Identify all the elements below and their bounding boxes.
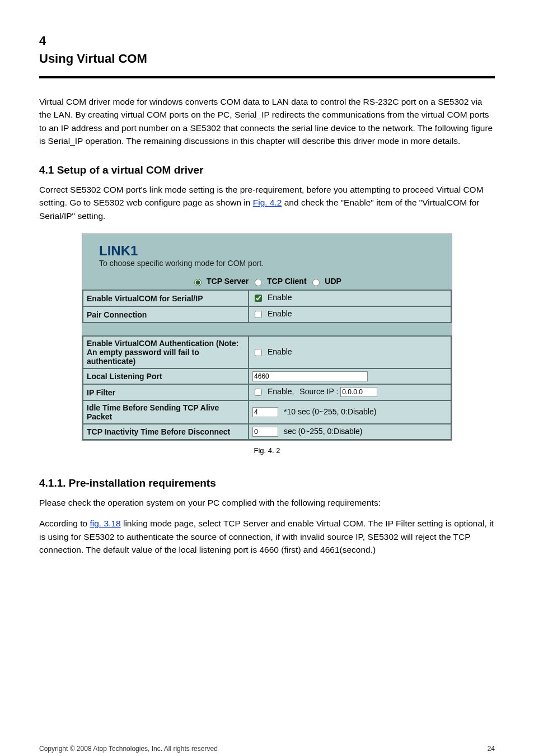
idle-time-input[interactable] <box>252 407 278 417</box>
table-row: Idle Time Before Sending TCP Alive Packe… <box>83 400 451 424</box>
local-port-input[interactable] <box>252 371 368 381</box>
sub2-paragraph-2: According to fig. 3.18 linking mode page… <box>39 517 495 556</box>
idle-suffix: *10 sec (0~255, 0:Disable) <box>284 407 376 416</box>
source-ip-input[interactable] <box>340 387 377 397</box>
tcp-client-radio[interactable] <box>255 279 262 286</box>
ipfilter-enable-checkbox[interactable] <box>255 389 262 396</box>
link1-config-screenshot: LINK1 To choose specific working mode fo… <box>82 234 452 441</box>
subsection-4-1-title: 4.1 Setup of a virtual COM driver <box>39 164 495 176</box>
tcp-server-label: TCP Server <box>207 277 249 286</box>
tcp-client-label: TCP Client <box>267 277 307 286</box>
udp-label: UDP <box>325 277 341 286</box>
ipfilter-label: IP Filter <box>83 384 249 400</box>
auth-enable-checkbox[interactable] <box>255 349 262 356</box>
fig-4-2-link[interactable]: Fig. 4.2 <box>253 198 282 207</box>
subsection-4-1-paragraph: Correct SE5302 COM port's link mode sett… <box>39 183 495 222</box>
pair-enable-text: Enable <box>268 309 292 318</box>
footer-page-number: 24 <box>488 745 495 753</box>
inactivity-time-input[interactable] <box>252 427 278 437</box>
table-row: TCP Inactivity Time Before Disconnect se… <box>83 424 451 440</box>
port-label: Local Listening Port <box>83 368 249 384</box>
pair-enable-checkbox[interactable] <box>255 311 262 318</box>
link1-title: LINK1 <box>99 243 435 259</box>
footer-copyright: Copyright © 2008 Atop Technologies, Inc.… <box>39 745 218 753</box>
section-title: Using Virtual COM <box>39 52 495 66</box>
table-row: Enable VirtualCOM for Serial/IP Enable <box>83 290 451 306</box>
config-table-1: Enable VirtualCOM for Serial/IP Enable P… <box>82 290 452 323</box>
idle-label: Idle Time Before Sending TCP Alive Packe… <box>83 400 249 424</box>
udp-radio[interactable] <box>312 279 320 286</box>
table-row: IP Filter Enable, Source IP : <box>83 384 451 400</box>
inact-suffix: sec (0~255, 0:Disable) <box>284 427 362 436</box>
table-row: Pair Connection Enable <box>83 306 451 323</box>
fig-3-18-link[interactable]: fig. 3.18 <box>90 519 120 528</box>
intro-paragraph: Virtual COM driver mode for windows conv… <box>39 95 495 147</box>
tcp-server-radio[interactable] <box>194 279 202 286</box>
table-spacer <box>82 323 452 335</box>
inact-label: TCP Inactivity Time Before Disconnect <box>83 424 249 440</box>
link-mode-radios: TCP Server TCP Client UDP <box>82 274 452 290</box>
auth-enable-text: Enable <box>268 347 292 356</box>
vcom-enable-text: Enable <box>268 293 292 302</box>
config-table-2: Enable VirtualCOM Authentication (Note: … <box>82 335 452 440</box>
link1-subtitle: To choose specific working mode for COM … <box>99 259 435 268</box>
ipfilter-src-label: Source IP : <box>299 387 338 396</box>
divider <box>39 76 495 78</box>
figure-caption: Fig. 4. 2 <box>39 446 495 455</box>
sub2-paragraph-1: Please check the operation system on you… <box>39 496 495 509</box>
vcom-enable-checkbox[interactable] <box>255 295 262 302</box>
table-row: Local Listening Port <box>83 368 451 384</box>
pair-label: Pair Connection <box>83 306 249 323</box>
subsection-4-1-1-title: 4.1.1. Pre-installation requirements <box>39 477 495 489</box>
sub2-p2-pre: According to <box>39 519 87 528</box>
section-number: 4 <box>39 34 495 48</box>
ipfilter-enable-text: Enable, <box>268 387 294 396</box>
vcom-label: Enable VirtualCOM for Serial/IP <box>83 290 249 306</box>
table-row: Enable VirtualCOM Authentication (Note: … <box>83 336 451 368</box>
auth-label: Enable VirtualCOM Authentication (Note: … <box>83 336 249 368</box>
